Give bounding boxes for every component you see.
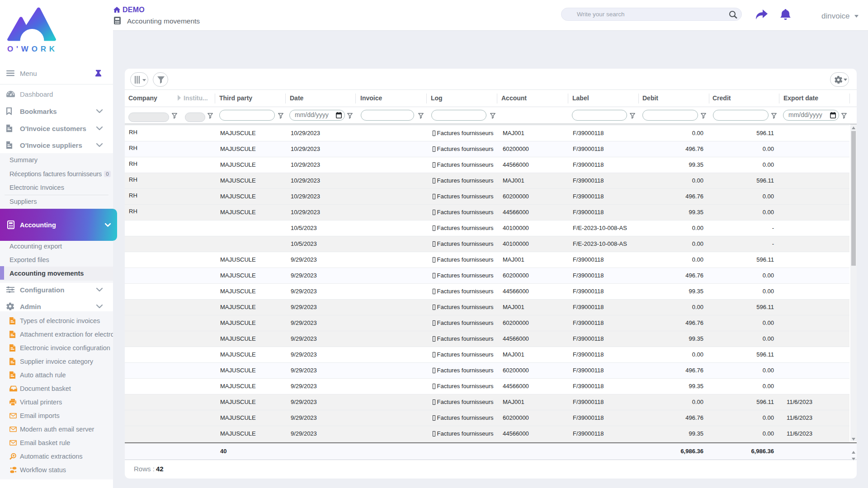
svg-text:O'WORK: O'WORK: [7, 45, 57, 52]
